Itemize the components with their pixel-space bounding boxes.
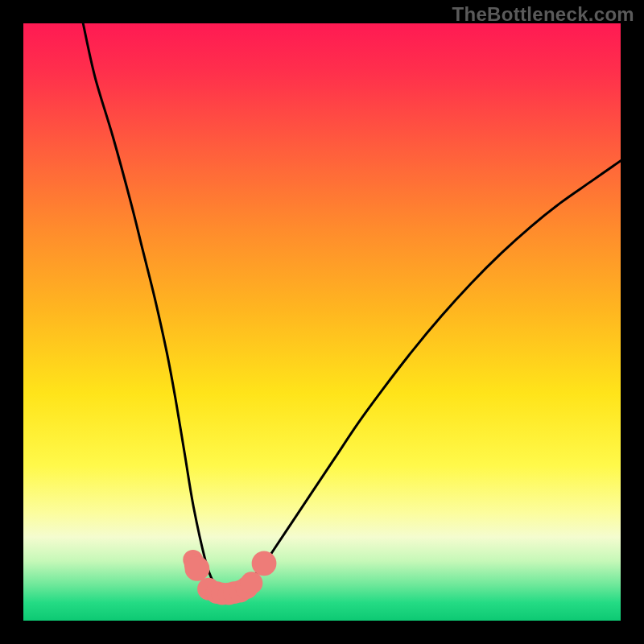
marker-group: [183, 550, 276, 605]
plot-area: [23, 23, 621, 621]
curve-marker: [241, 572, 263, 594]
bottleneck-curve: [83, 23, 621, 592]
chart-frame: TheBottleneck.com: [0, 0, 644, 644]
curve-marker: [252, 551, 277, 576]
curve-marker: [185, 556, 210, 581]
curve-layer: [23, 23, 621, 621]
watermark-text: TheBottleneck.com: [452, 3, 634, 26]
